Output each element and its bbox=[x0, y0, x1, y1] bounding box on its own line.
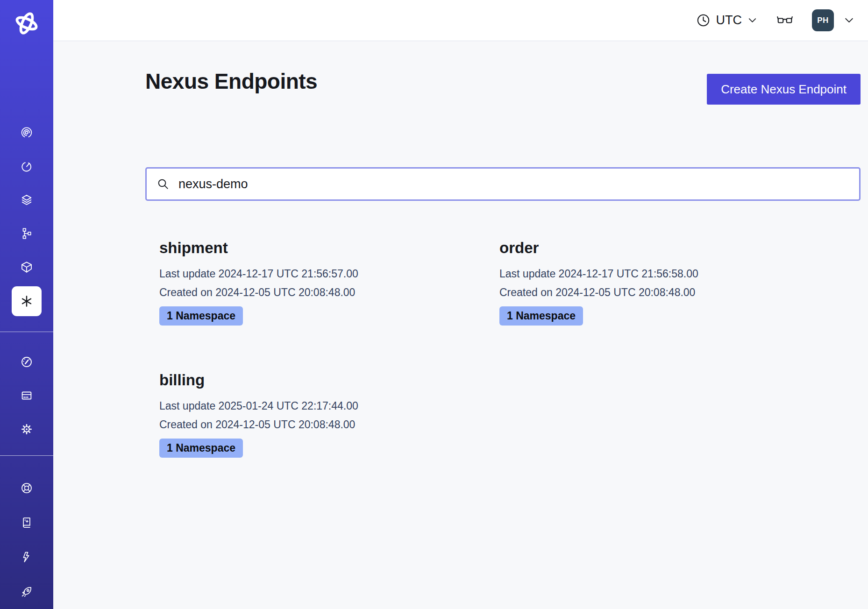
sidebar-item-docs[interactable] bbox=[20, 516, 34, 530]
create-nexus-endpoint-button[interactable]: Create Nexus Endpoint bbox=[707, 74, 861, 105]
rocket-icon bbox=[20, 585, 34, 599]
timezone-selector[interactable]: UTC bbox=[696, 13, 758, 28]
sidebar-divider bbox=[0, 332, 53, 332]
gear-icon bbox=[20, 422, 34, 436]
chevron-down-icon bbox=[843, 14, 855, 26]
lifebuoy-icon bbox=[20, 481, 34, 495]
page-title: Nexus Endpoints bbox=[145, 69, 317, 94]
temporal-logo-icon bbox=[14, 10, 40, 36]
endpoint-name: order bbox=[499, 239, 861, 257]
endpoint-card[interactable]: shipment Last update 2024-12-17 UTC 21:5… bbox=[159, 239, 499, 326]
sidebar-item-workflows[interactable] bbox=[20, 126, 34, 140]
timer-icon bbox=[20, 159, 34, 173]
endpoint-card[interactable]: order Last update 2024-12-17 UTC 21:56:5… bbox=[499, 239, 861, 326]
sidebar-item-home[interactable] bbox=[14, 10, 40, 36]
billing-card-icon bbox=[20, 389, 34, 403]
endpoint-created-on: Created on 2024-12-05 UTC 20:08:48.00 bbox=[499, 283, 861, 302]
sidebar-item-feedback[interactable] bbox=[20, 550, 34, 564]
labs-toggle-button[interactable] bbox=[776, 12, 793, 29]
namespace-count-badge: 1 Namespace bbox=[499, 306, 583, 326]
main-content: Nexus Endpoints Create Nexus Endpoint sh… bbox=[53, 41, 868, 609]
endpoint-name: shipment bbox=[159, 239, 499, 257]
layers-icon bbox=[20, 193, 34, 207]
spiral-eye-icon bbox=[20, 126, 34, 140]
sidebar-group-account bbox=[20, 355, 34, 436]
sidebar-group-help bbox=[20, 481, 34, 599]
avatar: PH bbox=[812, 9, 834, 31]
endpoint-search-input[interactable] bbox=[178, 177, 850, 192]
sidebar-item-nexus[interactable] bbox=[12, 286, 42, 316]
gauge-icon bbox=[20, 355, 34, 369]
sidebar-item-namespaces[interactable] bbox=[20, 260, 34, 274]
profile-menu-button[interactable]: PH bbox=[812, 9, 855, 31]
title-row: Nexus Endpoints Create Nexus Endpoint bbox=[145, 66, 861, 105]
endpoint-card-grid: shipment Last update 2024-12-17 UTC 21:5… bbox=[159, 239, 861, 458]
endpoint-last-update: Last update 2024-12-17 UTC 21:56:58.00 bbox=[499, 264, 861, 283]
glasses-icon bbox=[776, 12, 793, 29]
endpoint-card[interactable]: billing Last update 2025-01-24 UTC 22:17… bbox=[159, 371, 499, 458]
endpoint-created-on: Created on 2024-12-05 UTC 20:08:48.00 bbox=[159, 415, 499, 434]
cube-icon bbox=[20, 260, 34, 274]
sidebar-item-usage[interactable] bbox=[20, 355, 34, 369]
sidebar-divider bbox=[0, 455, 53, 456]
main-column: UTC PH bbox=[53, 0, 868, 609]
flowchart-icon bbox=[20, 227, 34, 241]
sidebar-item-support[interactable] bbox=[20, 481, 34, 495]
book-sparkle-icon bbox=[20, 516, 34, 530]
endpoint-search-box[interactable] bbox=[145, 167, 861, 201]
sidebar-item-schedules[interactable] bbox=[20, 159, 34, 173]
sidebar-group-main bbox=[20, 126, 34, 274]
clock-icon bbox=[696, 13, 711, 28]
endpoint-name: billing bbox=[159, 371, 499, 389]
sidebar-item-batch-operations[interactable] bbox=[20, 227, 34, 241]
topbar: UTC PH bbox=[53, 0, 868, 41]
endpoint-created-on: Created on 2024-12-05 UTC 20:08:48.00 bbox=[159, 283, 499, 302]
timezone-label: UTC bbox=[716, 13, 742, 28]
asterisk-icon bbox=[18, 293, 35, 310]
sidebar-item-settings[interactable] bbox=[20, 422, 34, 436]
search-icon bbox=[156, 177, 171, 191]
namespace-count-badge: 1 Namespace bbox=[159, 439, 243, 458]
app-window: UTC PH bbox=[0, 0, 868, 609]
chevron-down-icon bbox=[747, 15, 758, 26]
sidebar-item-deployments[interactable] bbox=[20, 193, 34, 207]
lightning-icon bbox=[20, 550, 34, 564]
sidebar-item-getting-started[interactable] bbox=[20, 585, 34, 599]
endpoint-last-update: Last update 2024-12-17 UTC 21:56:57.00 bbox=[159, 264, 499, 283]
namespace-count-badge: 1 Namespace bbox=[159, 306, 243, 326]
sidebar bbox=[0, 0, 53, 609]
endpoint-last-update: Last update 2025-01-24 UTC 22:17:44.00 bbox=[159, 397, 499, 415]
sidebar-item-billing[interactable] bbox=[20, 389, 34, 403]
